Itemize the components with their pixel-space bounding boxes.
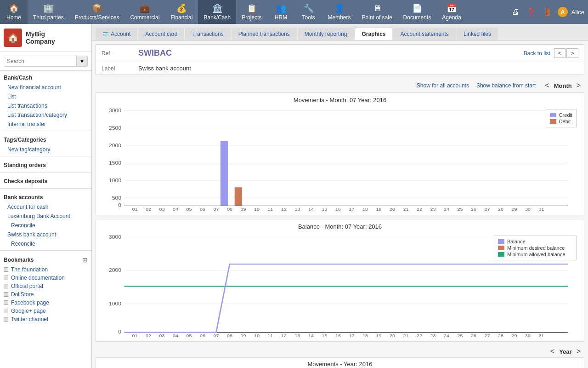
tab-linked-files[interactable]: Linked files — [457, 28, 498, 40]
year-prev-arrow[interactable]: < — [548, 347, 556, 356]
tab-monthly-reporting[interactable]: Monthly reporting — [298, 28, 354, 40]
show-balance-link[interactable]: Show balance from start — [476, 82, 536, 89]
section-title-bank-accounts: Bank accounts — [0, 190, 91, 202]
legend-min-desired-color — [498, 246, 504, 250]
nav-tools[interactable]: 🔧 Tools — [295, 0, 322, 24]
svg-text:22: 22 — [417, 334, 422, 338]
period-navigation: < Month > — [543, 81, 582, 90]
chart2-title: Balance - Month: 07 Year: 2016 — [100, 223, 580, 230]
nav-commercial[interactable]: 💼 Commercial — [124, 0, 165, 24]
svg-text:02: 02 — [146, 207, 151, 211]
sidebar-list[interactable]: List — [0, 92, 91, 101]
bookmark-dot — [4, 284, 8, 288]
sidebar-new-tag-category[interactable]: New tag/category — [0, 145, 91, 154]
print-icon[interactable]: 🖨 — [510, 6, 521, 18]
nav-financial[interactable]: 💰 Financial — [165, 0, 198, 24]
period-label: Month — [554, 82, 572, 89]
show-all-accounts-link[interactable]: Show for all accounts — [417, 82, 469, 89]
help-icon[interactable]: ❓ — [525, 6, 537, 18]
year-next-arrow[interactable]: > — [575, 347, 582, 356]
sidebar-list-transactions[interactable]: List transactions — [0, 101, 91, 110]
tab-planned-transactions[interactable]: Planned transactions — [232, 28, 297, 40]
account-info-header: Ref. SWIBAC Back to list < > — [96, 45, 584, 62]
bookmark-official-portal[interactable]: Official portal — [0, 282, 91, 290]
sidebar-swiss-bank-account[interactable]: Swiss bank account — [0, 230, 91, 239]
bookmark-twitter[interactable]: Twitter channel — [0, 315, 91, 323]
svg-text:17: 17 — [349, 334, 355, 338]
bookmark-dolistore[interactable]: DoliStore — [0, 290, 91, 299]
sidebar-list-transaction-category[interactable]: List transaction/category — [0, 110, 91, 120]
nav-arrows: < > — [554, 48, 578, 58]
svg-text:06: 06 — [200, 207, 205, 211]
svg-text:29: 29 — [512, 334, 517, 338]
legend-min-allowed: Minimum allowed balance — [498, 252, 572, 257]
divider-5 — [0, 250, 91, 251]
nav-agenda[interactable]: 📅 Agenda — [436, 0, 466, 24]
bookmarks-edit-icon[interactable]: ⊞ — [82, 256, 88, 264]
movements-chart-container: Movements - Month: 07 Year: 2016 3000 25… — [96, 92, 584, 215]
nav-hrm[interactable]: 👥 HRM — [267, 0, 295, 24]
tab-account[interactable]: 🪪 Account — [96, 28, 137, 40]
sidebar-internal-transfer[interactable]: Internal transfer — [0, 120, 91, 129]
svg-text:18: 18 — [362, 334, 368, 338]
svg-text:07: 07 — [213, 334, 219, 338]
members-icon: 👤 — [334, 3, 345, 13]
sidebar: 🏠 MyBig Company ▼ Bank/Cash New financia… — [0, 24, 92, 368]
bookmark-facebook[interactable]: Facebook page — [0, 299, 91, 307]
prev-arrow[interactable]: < — [554, 48, 566, 58]
svg-text:11: 11 — [268, 207, 273, 211]
nav-members[interactable]: 👤 Members — [322, 0, 356, 24]
logout-icon[interactable]: 🚪 — [541, 6, 554, 18]
nav-third-parties[interactable]: 🏢 Third parties — [28, 0, 69, 24]
nav-bank-cash[interactable]: 🏦 Bank/Cash — [198, 0, 236, 24]
section-title-checks-deposits: Checks deposits — [0, 174, 91, 186]
tools-icon: 🔧 — [304, 3, 314, 13]
tab-transactions[interactable]: Transactions — [185, 28, 230, 40]
tab-account-card[interactable]: Account card — [138, 28, 184, 40]
legend-balance: Balance — [498, 239, 572, 244]
sidebar-reconcile-2[interactable]: Reconcile — [0, 239, 91, 248]
year-label: Year — [559, 348, 571, 355]
sidebar-new-financial-account[interactable]: New financial account — [0, 83, 91, 92]
back-to-list-link[interactable]: Back to list — [524, 50, 550, 57]
svg-text:3000: 3000 — [109, 108, 121, 113]
svg-text:30: 30 — [525, 207, 531, 211]
nav-home[interactable]: 🏠 Home — [0, 0, 28, 24]
svg-text:30: 30 — [525, 334, 531, 338]
tab-graphics[interactable]: Graphics — [355, 28, 392, 40]
bookmark-online-doc[interactable]: Online documentation — [0, 274, 91, 282]
nav-point-of-sale[interactable]: 🖥 Point of sale — [356, 0, 398, 24]
legend-min-desired: Minimum desired balance — [498, 245, 572, 251]
svg-text:28: 28 — [498, 207, 503, 211]
chart1-svg: 3000 2500 2000 1500 1000 500 0 01 02 03 … — [100, 105, 580, 211]
nav-documents[interactable]: 📄 Documents — [398, 0, 437, 24]
next-arrow[interactable]: > — [566, 48, 578, 58]
svg-text:13: 13 — [295, 207, 300, 211]
nav-products-services[interactable]: 📦 Products/Services — [69, 0, 125, 24]
svg-text:12: 12 — [281, 207, 287, 211]
nav-projects[interactable]: 📋 Projects — [236, 0, 267, 24]
period-prev-arrow[interactable]: < — [543, 81, 551, 90]
svg-text:21: 21 — [403, 334, 409, 338]
svg-text:27: 27 — [485, 334, 490, 338]
svg-text:16: 16 — [335, 334, 341, 338]
svg-text:20: 20 — [390, 207, 395, 211]
search-input[interactable] — [4, 56, 76, 66]
sidebar-account-for-cash[interactable]: Account for cash — [0, 202, 91, 212]
svg-text:24: 24 — [444, 334, 449, 338]
section-title-bank-cash: Bank/Cash — [0, 71, 91, 83]
account-label-row: Label Swiss bank account — [96, 62, 584, 75]
svg-text:08: 08 — [227, 334, 232, 338]
svg-text:31: 31 — [539, 334, 544, 338]
home-icon: 🏠 — [9, 3, 19, 13]
tab-account-statements[interactable]: Account statements — [393, 28, 455, 40]
svg-text:24: 24 — [444, 207, 449, 211]
search-dropdown-btn[interactable]: ▼ — [76, 56, 87, 66]
bookmark-foundation[interactable]: The foundation — [0, 265, 91, 274]
period-next-arrow[interactable]: > — [575, 81, 582, 90]
bookmark-googleplus[interactable]: Google+ page — [0, 307, 91, 315]
user-name: Alice — [571, 9, 584, 16]
sidebar-luxemburg-bank-account[interactable]: Luxemburg Bank Account — [0, 212, 91, 221]
svg-text:31: 31 — [539, 207, 544, 211]
sidebar-reconcile-1[interactable]: Reconcile — [0, 221, 91, 230]
